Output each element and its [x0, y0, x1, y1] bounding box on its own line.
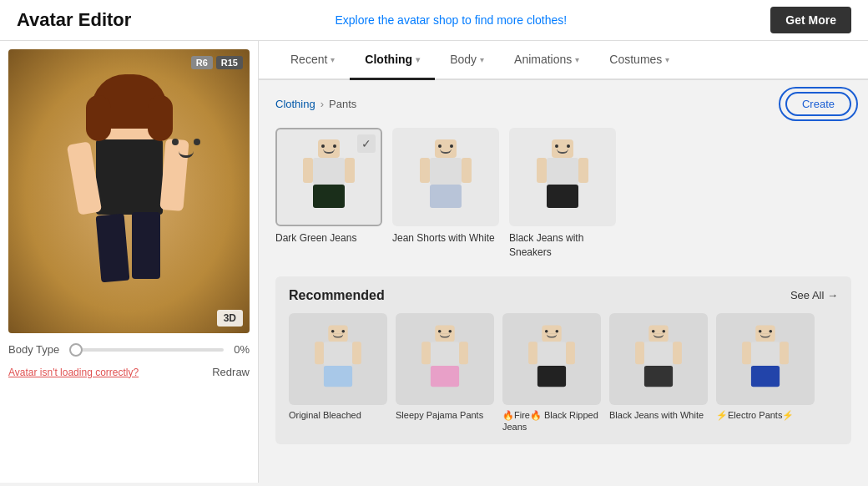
rec-card-original-bleached[interactable]: Original Bleached — [289, 313, 387, 433]
rec-label: ⚡Electro Pants⚡ — [716, 409, 815, 421]
rec-thumbnail — [396, 313, 494, 405]
items-grid: ✓Dark Green Jeans Jean Shorts with White… — [275, 128, 851, 260]
breadcrumb-separator: › — [320, 98, 324, 110]
get-more-button[interactable]: Get More — [770, 7, 851, 33]
avatar-leg-left — [95, 214, 129, 283]
chevron-down-icon: ▾ — [575, 55, 579, 64]
avatar-warning[interactable]: Avatar isn't loading correctly? — [8, 367, 139, 378]
item-thumbnail — [509, 128, 616, 226]
avatar-leg-right — [132, 212, 160, 279]
rec-thumbnail — [716, 313, 815, 405]
breadcrumb: Clothing › Pants — [275, 98, 356, 110]
tab-clothing[interactable]: Clothing ▾ — [350, 41, 435, 80]
content-area: Clothing › Pants Create ✓Dark Green Jean… — [259, 80, 868, 483]
avatar-preview: R6 R15 — [8, 49, 250, 333]
item-card-jean-shorts-white[interactable]: Jean Shorts with White — [392, 128, 499, 260]
chevron-down-icon: ▾ — [665, 55, 669, 64]
rec-label: 🔥Fire🔥 Black Ripped Jeans — [502, 409, 601, 433]
chevron-down-icon: ▾ — [331, 55, 335, 64]
rec-card-electro-pants[interactable]: ⚡Electro Pants⚡ — [716, 313, 815, 433]
rec-card-fire-black-ripped[interactable]: 🔥Fire🔥 Black Ripped Jeans — [502, 313, 601, 433]
badge-3d[interactable]: 3D — [217, 310, 243, 327]
rec-thumbnail — [502, 313, 601, 405]
rec-label: Black Jeans with White — [609, 409, 708, 421]
tab-animations[interactable]: Animations ▾ — [499, 41, 594, 80]
rec-thumbnail — [609, 313, 708, 405]
see-all-link[interactable]: See All → — [790, 289, 838, 301]
item-thumbnail — [392, 128, 499, 226]
item-check-icon: ✓ — [357, 134, 376, 153]
recommended-header: Recommended See All → — [289, 288, 838, 303]
avatar-eye-right — [194, 139, 200, 145]
breadcrumb-parent[interactable]: Clothing — [275, 98, 315, 110]
page-title: Avatar Editor — [17, 9, 131, 31]
create-button-wrap: Create — [785, 92, 851, 116]
recommended-title: Recommended — [289, 288, 385, 303]
item-label: Black Jeans with Sneakers — [509, 231, 616, 260]
body-type-label: Body Type — [8, 343, 59, 356]
tab-costumes[interactable]: Costumes ▾ — [594, 41, 684, 80]
badge-r15: R15 — [216, 56, 243, 69]
rec-label: Original Bleached — [289, 409, 387, 421]
rec-thumbnail — [289, 313, 387, 405]
create-button[interactable]: Create — [785, 92, 851, 116]
avatar-figure — [46, 66, 213, 316]
avatar-smile — [179, 151, 194, 158]
chevron-down-icon: ▾ — [416, 55, 420, 64]
item-card-dark-green-jeans[interactable]: ✓Dark Green Jeans — [275, 128, 382, 260]
recommended-grid: Original Bleached Sleepy Pajama Pants 🔥F… — [289, 313, 838, 433]
tab-recent[interactable]: Recent ▾ — [275, 41, 350, 80]
avatar-hair-side-left — [86, 95, 111, 141]
right-panel: Recent ▾ Clothing ▾ Body ▾ Animations ▾ … — [259, 41, 868, 483]
breadcrumb-row: Clothing › Pants Create — [275, 92, 851, 116]
avatar-body — [96, 139, 163, 215]
tab-body[interactable]: Body ▾ — [435, 41, 499, 80]
item-card-black-jeans-sneakers[interactable]: Black Jeans with Sneakers — [509, 128, 616, 260]
main-layout: R6 R15 — [0, 41, 868, 483]
item-thumbnail: ✓ — [275, 128, 382, 226]
avatar-eye-left — [172, 139, 179, 145]
item-label: Jean Shorts with White — [392, 231, 499, 246]
slider-thumb — [69, 343, 83, 357]
body-type-slider[interactable] — [69, 348, 224, 352]
avatar-face — [165, 134, 207, 159]
chevron-down-icon: ▾ — [480, 55, 484, 64]
rec-card-sleepy-pajama[interactable]: Sleepy Pajama Pants — [396, 313, 494, 433]
body-type-value: 0% — [234, 343, 250, 356]
breadcrumb-current: Pants — [329, 98, 356, 110]
left-panel: R6 R15 — [0, 41, 259, 483]
rec-card-black-jeans-white[interactable]: Black Jeans with White — [609, 313, 708, 433]
rec-label: Sleepy Pajama Pants — [396, 409, 494, 421]
nav-tabs: Recent ▾ Clothing ▾ Body ▾ Animations ▾ … — [259, 41, 868, 80]
item-label: Dark Green Jeans — [275, 231, 382, 246]
promo-text: Explore the avatar shop to find more clo… — [144, 13, 757, 27]
redraw-button[interactable]: Redraw — [212, 366, 250, 378]
top-bar: Avatar Editor Explore the avatar shop to… — [0, 0, 868, 41]
recommended-section: Recommended See All → Original Bleached … — [275, 276, 851, 445]
body-type-row: Body Type 0% — [8, 340, 250, 359]
